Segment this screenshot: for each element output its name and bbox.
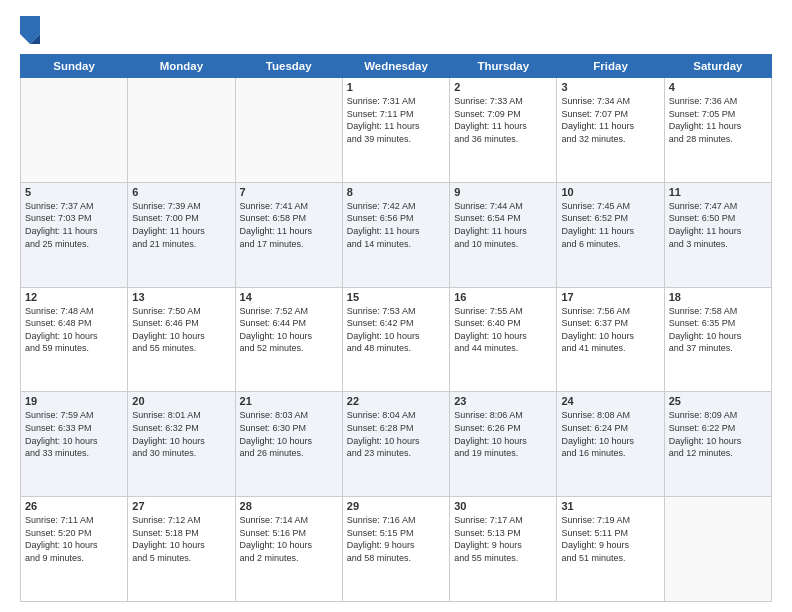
calendar-day-cell: 6Sunrise: 7:39 AM Sunset: 7:00 PM Daylig…: [128, 182, 235, 287]
day-number: 6: [132, 186, 230, 198]
calendar-day-cell: 21Sunrise: 8:03 AM Sunset: 6:30 PM Dayli…: [235, 392, 342, 497]
day-content: Sunrise: 7:11 AM Sunset: 5:20 PM Dayligh…: [25, 514, 123, 564]
day-content: Sunrise: 7:44 AM Sunset: 6:54 PM Dayligh…: [454, 200, 552, 250]
calendar-day-cell: 10Sunrise: 7:45 AM Sunset: 6:52 PM Dayli…: [557, 182, 664, 287]
calendar-day-cell: [128, 78, 235, 183]
calendar-week-row: 19Sunrise: 7:59 AM Sunset: 6:33 PM Dayli…: [21, 392, 772, 497]
day-content: Sunrise: 7:42 AM Sunset: 6:56 PM Dayligh…: [347, 200, 445, 250]
day-content: Sunrise: 8:09 AM Sunset: 6:22 PM Dayligh…: [669, 409, 767, 459]
calendar-day-cell: [21, 78, 128, 183]
logo-icon: [20, 16, 40, 44]
calendar-day-cell: 19Sunrise: 7:59 AM Sunset: 6:33 PM Dayli…: [21, 392, 128, 497]
day-content: Sunrise: 8:03 AM Sunset: 6:30 PM Dayligh…: [240, 409, 338, 459]
day-number: 27: [132, 500, 230, 512]
day-number: 22: [347, 395, 445, 407]
day-number: 14: [240, 291, 338, 303]
day-number: 30: [454, 500, 552, 512]
col-header-saturday: Saturday: [664, 55, 771, 78]
calendar-day-cell: 17Sunrise: 7:56 AM Sunset: 6:37 PM Dayli…: [557, 287, 664, 392]
day-number: 26: [25, 500, 123, 512]
day-number: 20: [132, 395, 230, 407]
calendar-day-cell: 3Sunrise: 7:34 AM Sunset: 7:07 PM Daylig…: [557, 78, 664, 183]
calendar-week-row: 26Sunrise: 7:11 AM Sunset: 5:20 PM Dayli…: [21, 497, 772, 602]
col-header-sunday: Sunday: [21, 55, 128, 78]
calendar-day-cell: 25Sunrise: 8:09 AM Sunset: 6:22 PM Dayli…: [664, 392, 771, 497]
calendar-week-row: 12Sunrise: 7:48 AM Sunset: 6:48 PM Dayli…: [21, 287, 772, 392]
day-content: Sunrise: 7:37 AM Sunset: 7:03 PM Dayligh…: [25, 200, 123, 250]
calendar-day-cell: 5Sunrise: 7:37 AM Sunset: 7:03 PM Daylig…: [21, 182, 128, 287]
day-number: 31: [561, 500, 659, 512]
day-content: Sunrise: 7:52 AM Sunset: 6:44 PM Dayligh…: [240, 305, 338, 355]
calendar-day-cell: 15Sunrise: 7:53 AM Sunset: 6:42 PM Dayli…: [342, 287, 449, 392]
day-content: Sunrise: 8:04 AM Sunset: 6:28 PM Dayligh…: [347, 409, 445, 459]
day-number: 5: [25, 186, 123, 198]
day-content: Sunrise: 7:39 AM Sunset: 7:00 PM Dayligh…: [132, 200, 230, 250]
day-content: Sunrise: 7:53 AM Sunset: 6:42 PM Dayligh…: [347, 305, 445, 355]
calendar-day-cell: 20Sunrise: 8:01 AM Sunset: 6:32 PM Dayli…: [128, 392, 235, 497]
day-number: 13: [132, 291, 230, 303]
calendar-day-cell: 23Sunrise: 8:06 AM Sunset: 6:26 PM Dayli…: [450, 392, 557, 497]
calendar-day-cell: [664, 497, 771, 602]
day-content: Sunrise: 8:06 AM Sunset: 6:26 PM Dayligh…: [454, 409, 552, 459]
calendar-week-row: 5Sunrise: 7:37 AM Sunset: 7:03 PM Daylig…: [21, 182, 772, 287]
calendar-day-cell: 18Sunrise: 7:58 AM Sunset: 6:35 PM Dayli…: [664, 287, 771, 392]
day-content: Sunrise: 7:17 AM Sunset: 5:13 PM Dayligh…: [454, 514, 552, 564]
calendar-day-cell: 12Sunrise: 7:48 AM Sunset: 6:48 PM Dayli…: [21, 287, 128, 392]
calendar-day-cell: 2Sunrise: 7:33 AM Sunset: 7:09 PM Daylig…: [450, 78, 557, 183]
day-content: Sunrise: 7:33 AM Sunset: 7:09 PM Dayligh…: [454, 95, 552, 145]
col-header-thursday: Thursday: [450, 55, 557, 78]
calendar-day-cell: 4Sunrise: 7:36 AM Sunset: 7:05 PM Daylig…: [664, 78, 771, 183]
calendar-table: SundayMondayTuesdayWednesdayThursdayFrid…: [20, 54, 772, 602]
calendar-day-cell: 28Sunrise: 7:14 AM Sunset: 5:16 PM Dayli…: [235, 497, 342, 602]
day-content: Sunrise: 7:16 AM Sunset: 5:15 PM Dayligh…: [347, 514, 445, 564]
day-number: 18: [669, 291, 767, 303]
day-content: Sunrise: 7:48 AM Sunset: 6:48 PM Dayligh…: [25, 305, 123, 355]
day-content: Sunrise: 7:14 AM Sunset: 5:16 PM Dayligh…: [240, 514, 338, 564]
day-number: 4: [669, 81, 767, 93]
calendar-day-cell: 31Sunrise: 7:19 AM Sunset: 5:11 PM Dayli…: [557, 497, 664, 602]
calendar-header-row: SundayMondayTuesdayWednesdayThursdayFrid…: [21, 55, 772, 78]
day-content: Sunrise: 7:47 AM Sunset: 6:50 PM Dayligh…: [669, 200, 767, 250]
day-content: Sunrise: 7:50 AM Sunset: 6:46 PM Dayligh…: [132, 305, 230, 355]
calendar-day-cell: 9Sunrise: 7:44 AM Sunset: 6:54 PM Daylig…: [450, 182, 557, 287]
day-number: 7: [240, 186, 338, 198]
day-content: Sunrise: 8:01 AM Sunset: 6:32 PM Dayligh…: [132, 409, 230, 459]
day-number: 21: [240, 395, 338, 407]
calendar-day-cell: 16Sunrise: 7:55 AM Sunset: 6:40 PM Dayli…: [450, 287, 557, 392]
calendar-day-cell: 29Sunrise: 7:16 AM Sunset: 5:15 PM Dayli…: [342, 497, 449, 602]
col-header-tuesday: Tuesday: [235, 55, 342, 78]
header: [20, 16, 772, 44]
day-number: 28: [240, 500, 338, 512]
day-number: 17: [561, 291, 659, 303]
calendar-day-cell: [235, 78, 342, 183]
day-content: Sunrise: 7:45 AM Sunset: 6:52 PM Dayligh…: [561, 200, 659, 250]
day-content: Sunrise: 7:34 AM Sunset: 7:07 PM Dayligh…: [561, 95, 659, 145]
calendar-day-cell: 14Sunrise: 7:52 AM Sunset: 6:44 PM Dayli…: [235, 287, 342, 392]
col-header-friday: Friday: [557, 55, 664, 78]
day-number: 15: [347, 291, 445, 303]
day-number: 8: [347, 186, 445, 198]
calendar-day-cell: 24Sunrise: 8:08 AM Sunset: 6:24 PM Dayli…: [557, 392, 664, 497]
day-number: 10: [561, 186, 659, 198]
day-number: 11: [669, 186, 767, 198]
calendar-day-cell: 11Sunrise: 7:47 AM Sunset: 6:50 PM Dayli…: [664, 182, 771, 287]
day-content: Sunrise: 7:36 AM Sunset: 7:05 PM Dayligh…: [669, 95, 767, 145]
day-number: 23: [454, 395, 552, 407]
day-number: 25: [669, 395, 767, 407]
calendar-week-row: 1Sunrise: 7:31 AM Sunset: 7:11 PM Daylig…: [21, 78, 772, 183]
day-number: 1: [347, 81, 445, 93]
day-content: Sunrise: 7:55 AM Sunset: 6:40 PM Dayligh…: [454, 305, 552, 355]
day-content: Sunrise: 7:59 AM Sunset: 6:33 PM Dayligh…: [25, 409, 123, 459]
calendar-day-cell: 8Sunrise: 7:42 AM Sunset: 6:56 PM Daylig…: [342, 182, 449, 287]
day-content: Sunrise: 7:58 AM Sunset: 6:35 PM Dayligh…: [669, 305, 767, 355]
calendar-page: SundayMondayTuesdayWednesdayThursdayFrid…: [0, 0, 792, 612]
calendar-day-cell: 22Sunrise: 8:04 AM Sunset: 6:28 PM Dayli…: [342, 392, 449, 497]
calendar-day-cell: 13Sunrise: 7:50 AM Sunset: 6:46 PM Dayli…: [128, 287, 235, 392]
calendar-day-cell: 26Sunrise: 7:11 AM Sunset: 5:20 PM Dayli…: [21, 497, 128, 602]
day-content: Sunrise: 8:08 AM Sunset: 6:24 PM Dayligh…: [561, 409, 659, 459]
logo: [20, 16, 44, 44]
col-header-monday: Monday: [128, 55, 235, 78]
day-number: 19: [25, 395, 123, 407]
day-number: 2: [454, 81, 552, 93]
day-number: 12: [25, 291, 123, 303]
